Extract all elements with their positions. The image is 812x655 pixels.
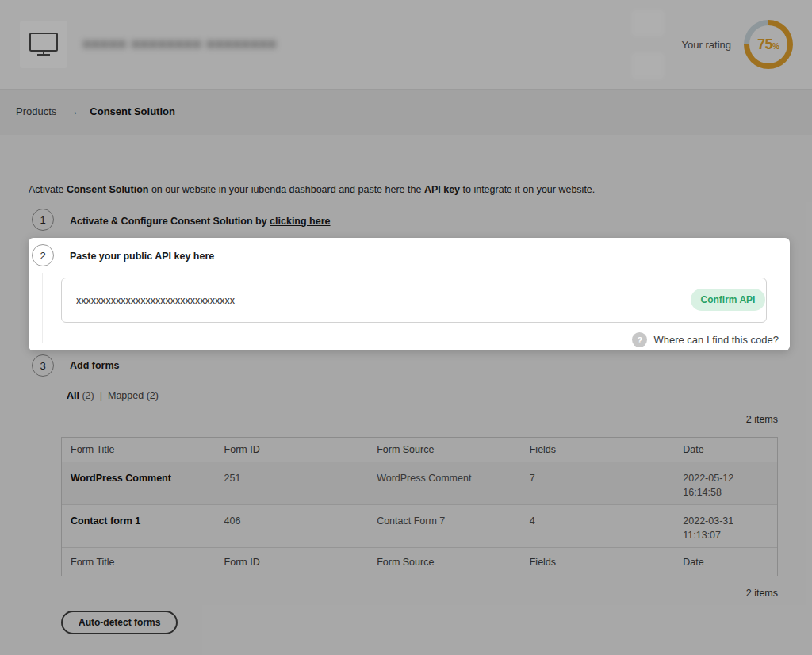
step-1-circle: 1 — [32, 209, 54, 231]
step-1-label: Activate & Configure Consent Solution by… — [70, 216, 331, 227]
table-row: WordPress Comment 251 WordPress Comment … — [62, 462, 777, 505]
ghost-thumbnail — [631, 52, 665, 79]
table-footer-row: Form Title Form ID Form Source Fields Da… — [62, 548, 777, 576]
form-source-cell: WordPress Comment — [368, 462, 521, 504]
step-3-circle: 3 — [32, 354, 54, 377]
form-title-cell: WordPress Comment — [62, 462, 216, 504]
items-count-top: 2 items — [0, 414, 778, 425]
step-3-label: Add forms — [70, 360, 120, 371]
rating-value: 75% — [749, 25, 787, 63]
form-source-cell: Contact Form 7 — [368, 505, 521, 547]
intro-text: Activate Consent Solution on our website… — [29, 184, 595, 195]
date-cell: 2022-05-1216:14:58 — [674, 462, 777, 504]
column-header: Form Source — [368, 444, 521, 455]
consent-solution-page: ●●●●● ●●●●●●●● ●●●●●●●● Your rating 75% … — [0, 0, 812, 655]
step-2-highlight-card: 2 Paste your public API key here Confirm… — [29, 238, 790, 350]
column-footer: Form Source — [368, 557, 521, 568]
form-id-cell: 251 — [216, 462, 369, 504]
api-key-input[interactable] — [61, 278, 767, 323]
breadcrumb-band: Products → Consent Solution — [0, 89, 812, 135]
help-text: Where can I find this code? — [653, 334, 779, 346]
breadcrumb-current: Consent Solution — [90, 105, 175, 117]
help-row[interactable]: ? Where can I find this code? — [632, 332, 779, 347]
column-footer: Date — [674, 557, 777, 568]
table-row: Contact form 1 406 Contact Form 7 4 2022… — [62, 505, 777, 548]
filter-mapped[interactable]: Mapped (2) — [108, 390, 159, 401]
column-header: Form Title — [62, 444, 216, 455]
form-title-cell: Contact form 1 — [62, 505, 216, 547]
filter-all[interactable]: All — [67, 390, 79, 401]
breadcrumb-arrow-icon: → — [67, 105, 79, 117]
form-filters: All (2)|Mapped (2) — [67, 390, 159, 401]
your-rating-label: Your rating — [0, 39, 731, 51]
form-id-cell: 406 — [216, 505, 369, 547]
breadcrumb-products[interactable]: Products — [16, 105, 56, 117]
column-footer: Form ID — [216, 557, 369, 568]
confirm-api-button[interactable]: Confirm API — [691, 289, 765, 311]
header: ●●●●● ●●●●●●●● ●●●●●●●● Your rating 75% — [0, 0, 812, 89]
column-header: Fields — [521, 444, 675, 455]
rating-ring: 75% — [744, 20, 793, 69]
api-key-field-group: Confirm API — [61, 278, 767, 323]
forms-table: Form Title Form ID Form Source Fields Da… — [61, 437, 778, 576]
date-cell: 2022-03-3111:13:07 — [674, 505, 777, 547]
ghost-thumbnail — [631, 10, 665, 36]
column-footer: Form Title — [62, 557, 216, 568]
clicking-here-link[interactable]: clicking here — [270, 216, 330, 227]
step-connector-line — [42, 273, 43, 343]
table-header-row: Form Title Form ID Form Source Fields Da… — [62, 438, 777, 462]
auto-detect-forms-button[interactable]: Auto-detect forms — [61, 611, 178, 634]
items-count-bottom: 2 items — [0, 588, 778, 599]
step-2-label: Paste your public API key here — [70, 251, 214, 262]
column-footer: Fields — [521, 557, 675, 568]
column-header: Date — [674, 444, 777, 455]
fields-cell: 7 — [521, 462, 675, 504]
column-header: Form ID — [216, 444, 369, 455]
step-2-circle: 2 — [32, 244, 54, 266]
fields-cell: 4 — [521, 505, 675, 547]
question-mark-icon[interactable]: ? — [632, 332, 647, 347]
breadcrumb: Products → Consent Solution — [16, 105, 175, 117]
